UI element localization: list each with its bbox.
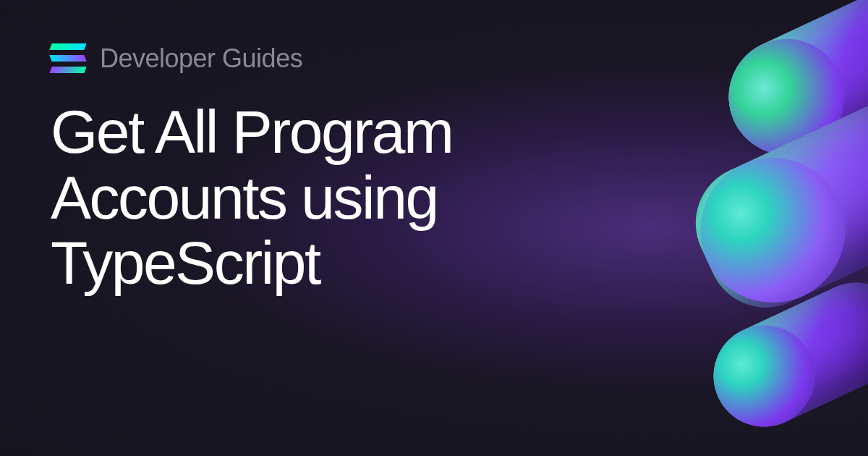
page-title: Get All Program Accounts using TypeScrip…: [51, 99, 629, 296]
header: Developer Guides: [51, 43, 629, 74]
content-container: Developer Guides Get All Program Account…: [51, 43, 629, 296]
category-label: Developer Guides: [100, 43, 302, 74]
solana-logo-icon: [51, 43, 85, 74]
